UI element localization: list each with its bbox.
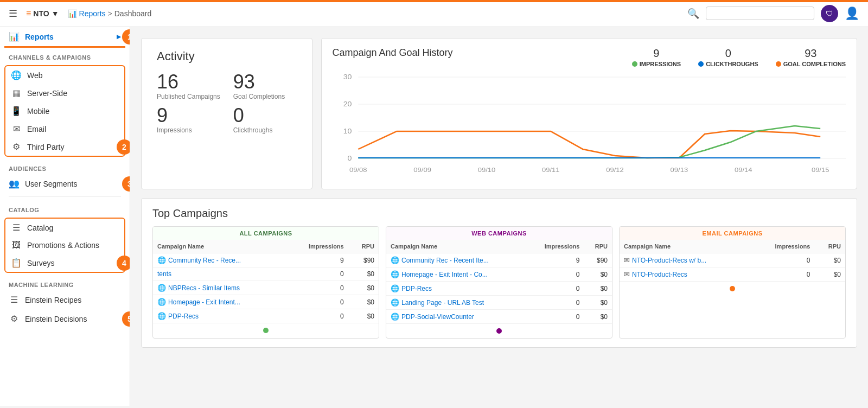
breadcrumb-current: Dashboard [114, 9, 152, 18]
campaign-link[interactable]: Community Rec - Rece... [168, 257, 241, 264]
rpu-cell: $0 [584, 282, 612, 296]
stat-impressions-value: 9 [632, 47, 681, 60]
impressions-dot [632, 61, 637, 67]
table-row: 🌐Community Rec - Recent Ite... 9 $90 [386, 253, 612, 267]
svg-text:10: 10 [343, 127, 352, 135]
mobile-icon: 📱 [11, 106, 22, 116]
section-catalog: CATALOG [0, 200, 130, 215]
shield-icon[interactable]: 🛡 [821, 5, 838, 22]
email-campaigns-footer [620, 282, 845, 296]
table-row: 🌐Homepage - Exit Intent - Co... 0 $0 [386, 267, 612, 282]
campaign-link[interactable]: tents [157, 270, 171, 278]
chart-area: 30 20 10 0 09/08 09/09 09/10 09/11 09/12… [333, 72, 846, 180]
impressions-label: Impressions [157, 126, 220, 134]
third-party-label: Third Party [27, 143, 64, 151]
col-impressions-all: Impressions [285, 240, 348, 253]
impressions-value: 9 [157, 106, 220, 125]
rpu-cell: $0 [584, 267, 612, 282]
row-icon: 🌐 [157, 298, 166, 306]
third-party-icon: ⚙ [11, 142, 22, 152]
org-dropdown-icon[interactable]: ▼ [52, 9, 59, 18]
all-campaigns-footer [153, 323, 379, 337]
sidebar: 📊 Reports ▶ 1 CHANNELS & CAMPAIGNS 🌐 Web… [0, 27, 130, 406]
mobile-label: Mobile [27, 107, 49, 116]
recipes-icon: ☰ [9, 295, 20, 305]
rpu-cell: $0 [348, 309, 379, 323]
campaign-link[interactable]: Landing Page - URL AB Test [401, 299, 484, 307]
activity-metrics: 16 Published Campaigns 93 Goal Completio… [157, 72, 297, 134]
campaigns-tables: ALL CAMPAIGNS Campaign Name Impressions … [152, 226, 846, 339]
sidebar-item-reports[interactable]: 📊 Reports ▶ 1 [0, 27, 130, 46]
rpu-cell: $0 [814, 253, 845, 267]
impressions-cell: 0 [751, 253, 815, 267]
org-selector[interactable]: ≡ NTO ▼ [26, 9, 59, 18]
sidebar-item-catalog[interactable]: ☰ Catalog [5, 219, 124, 237]
col-impressions-web: Impressions [526, 240, 584, 253]
email-campaigns-table: EMAIL CAMPAIGNS Campaign Name Impression… [619, 226, 846, 339]
rpu-cell: $0 [584, 310, 612, 324]
email-label: Email [27, 125, 46, 133]
orange-stripe [0, 0, 868, 2]
sidebar-item-einstein-decisions[interactable]: ⚙ Einstein Decisions 5 [0, 309, 130, 328]
search-icon[interactable]: 🔍 [687, 8, 699, 20]
campaign-link[interactable]: Homepage - Exit Intent - Co... [401, 271, 488, 278]
sidebar-item-email[interactable]: ✉ Email [5, 120, 124, 138]
app-body: 📊 Reports ▶ 1 CHANNELS & CAMPAIGNS 🌐 Web… [0, 27, 868, 406]
decisions-icon: ⚙ [9, 314, 20, 324]
svg-text:0: 0 [347, 155, 352, 162]
metric-clickthroughs: 0 Clickthroughs [233, 106, 297, 134]
sidebar-item-einstein-recipes[interactable]: ☰ Einstein Recipes [0, 290, 130, 309]
campaign-link[interactable]: NTO-Product-Recs w/ b... [632, 257, 706, 264]
impressions-legend-label: IMPRESSIONS [640, 61, 681, 67]
sidebar-item-promotions[interactable]: 🖼 Promotions & Actions [5, 237, 124, 254]
campaign-link[interactable]: NTO-Product-Recs [632, 271, 687, 278]
clickthroughs-dot [698, 61, 704, 67]
catalog-group: ☰ Catalog 🖼 Promotions & Actions 📋 Surve… [4, 218, 125, 273]
campaign-link[interactable]: Homepage - Exit Intent... [168, 298, 240, 306]
promotions-label: Promotions & Actions [27, 241, 99, 250]
email-campaigns-header: EMAIL CAMPAIGNS [620, 227, 845, 240]
stat-impressions-legend: IMPRESSIONS [632, 61, 681, 67]
campaign-link[interactable]: NBPRecs - Similar Items [168, 284, 240, 292]
sidebar-item-surveys[interactable]: 📋 Surveys 4 [5, 254, 124, 272]
chart-card: Campaign And Goal History 9 IMPRESSIONS … [321, 38, 858, 189]
step-5-circle: 5 [122, 311, 130, 327]
all-campaigns-table: ALL CAMPAIGNS Campaign Name Impressions … [152, 226, 379, 339]
svg-text:09/15: 09/15 [811, 167, 829, 174]
sidebar-item-third-party[interactable]: ⚙ Third Party 2 [5, 138, 124, 156]
db-icon: ≡ [26, 9, 31, 18]
svg-text:09/08: 09/08 [349, 167, 367, 174]
sidebar-item-user-segments[interactable]: 👥 User Segments [0, 174, 130, 193]
svg-text:20: 20 [343, 100, 352, 108]
row-icon: 🌐 [391, 298, 399, 307]
breadcrumb-reports[interactable]: Reports [79, 9, 106, 18]
impressions-cell: 0 [526, 282, 584, 296]
chart-stats: 9 IMPRESSIONS 0 CLICKTHROUGHS [632, 47, 846, 67]
hamburger-icon[interactable]: ☰ [9, 8, 17, 20]
rpu-cell: $90 [584, 253, 612, 267]
promotions-icon: 🖼 [11, 240, 22, 250]
search-input[interactable] [706, 7, 814, 20]
campaign-link[interactable]: PDP-Recs [401, 285, 432, 292]
campaign-link[interactable]: Community Rec - Recent Ite... [401, 257, 489, 264]
table-row: 🌐PDP-Recs 0 $0 [153, 309, 379, 323]
footer-dot-email [730, 286, 735, 291]
table-row: tents 0 $0 [153, 267, 379, 281]
metric-goal: 93 Goal Completions [233, 72, 297, 100]
svg-text:09/11: 09/11 [542, 167, 560, 174]
row-icon: ✉ [624, 270, 630, 278]
col-name-email: Campaign Name [620, 240, 751, 253]
section-channels: CHANNELS & CAMPAIGNS [0, 48, 130, 63]
impressions-cell: 0 [285, 295, 348, 309]
user-avatar[interactable]: 👤 [845, 7, 859, 21]
campaign-link[interactable]: PDP-Social-ViewCounter [401, 313, 474, 321]
chart-title: Campaign And Goal History [333, 47, 453, 59]
stat-impressions: 9 IMPRESSIONS [632, 47, 681, 67]
sidebar-item-server-side[interactable]: ▦ Server-Side [5, 84, 124, 102]
sidebar-item-web[interactable]: 🌐 Web [5, 66, 124, 84]
campaigns-title: Top Campaigns [152, 207, 846, 220]
campaign-link[interactable]: PDP-Recs [168, 313, 199, 320]
stat-clickthroughs: 0 CLICKTHROUGHS [698, 47, 758, 67]
published-label: Published Campaigns [157, 93, 220, 100]
sidebar-item-mobile[interactable]: 📱 Mobile [5, 102, 124, 120]
